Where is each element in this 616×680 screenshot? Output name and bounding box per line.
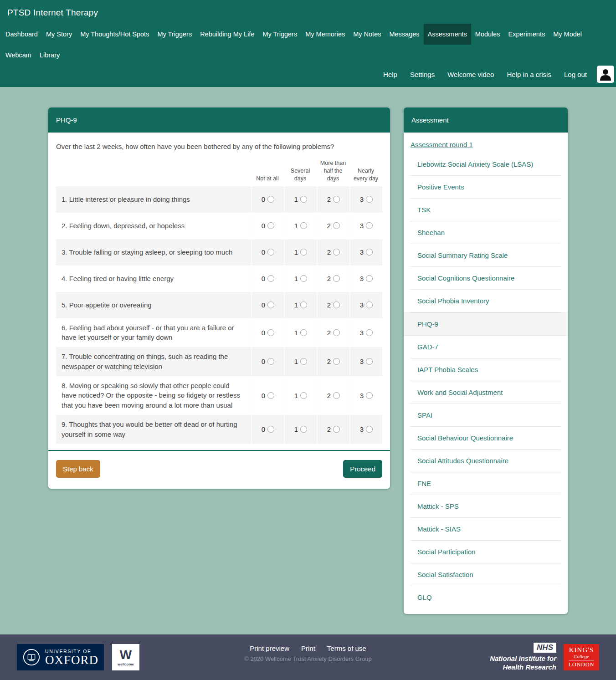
radio-button[interactable] bbox=[300, 329, 307, 336]
radio-button[interactable] bbox=[267, 392, 274, 399]
option-not-at-all[interactable]: 0 bbox=[251, 318, 284, 348]
proceed-button[interactable]: Proceed bbox=[343, 460, 382, 478]
option-several-days[interactable]: 1 bbox=[284, 347, 317, 376]
option-nearly-every-day[interactable]: 3 bbox=[349, 213, 382, 239]
nav-item[interactable]: My Thoughts/Hot Spots bbox=[76, 24, 153, 45]
radio-button[interactable] bbox=[300, 426, 307, 433]
radio-button[interactable] bbox=[366, 392, 373, 399]
assessment-list-item[interactable]: Mattick - SPS bbox=[411, 495, 561, 518]
radio-button[interactable] bbox=[366, 196, 373, 203]
nav-item[interactable]: My Triggers bbox=[258, 24, 301, 45]
radio-button[interactable] bbox=[366, 426, 373, 433]
nav-item[interactable]: Rebuilding My Life bbox=[196, 24, 258, 45]
assessment-list-item[interactable]: Social Summary Rating Scale bbox=[411, 244, 561, 267]
option-not-at-all[interactable]: 0 bbox=[251, 213, 284, 239]
option-not-at-all[interactable]: 0 bbox=[251, 292, 284, 318]
radio-button[interactable] bbox=[366, 329, 373, 336]
radio-button[interactable] bbox=[366, 275, 373, 282]
option-not-at-all[interactable]: 0 bbox=[251, 376, 284, 415]
option-more-than-half[interactable]: 2 bbox=[317, 266, 349, 292]
assessment-list-item[interactable]: Social Satisfaction bbox=[411, 563, 561, 586]
assessment-list-item[interactable]: IAPT Phobia Scales bbox=[411, 358, 561, 381]
radio-button[interactable] bbox=[333, 222, 340, 229]
option-nearly-every-day[interactable]: 3 bbox=[349, 318, 382, 348]
nav-item[interactable]: My Memories bbox=[301, 24, 349, 45]
radio-button[interactable] bbox=[333, 358, 340, 365]
radio-button[interactable] bbox=[333, 392, 340, 399]
option-more-than-half[interactable]: 2 bbox=[317, 318, 349, 348]
assessment-list-item[interactable]: Social Phobia Inventory bbox=[411, 290, 561, 312]
radio-button[interactable] bbox=[267, 222, 274, 229]
assessment-list-item[interactable]: Social Participation bbox=[411, 541, 561, 563]
option-more-than-half[interactable]: 2 bbox=[317, 347, 349, 376]
radio-button[interactable] bbox=[300, 392, 307, 399]
radio-button[interactable] bbox=[333, 426, 340, 433]
option-nearly-every-day[interactable]: 3 bbox=[349, 186, 382, 213]
option-nearly-every-day[interactable]: 3 bbox=[349, 347, 382, 376]
option-not-at-all[interactable]: 0 bbox=[251, 239, 284, 266]
option-not-at-all[interactable]: 0 bbox=[251, 266, 284, 292]
radio-button[interactable] bbox=[300, 275, 307, 282]
option-nearly-every-day[interactable]: 3 bbox=[349, 266, 382, 292]
option-several-days[interactable]: 1 bbox=[284, 266, 317, 292]
radio-button[interactable] bbox=[267, 426, 274, 433]
option-several-days[interactable]: 1 bbox=[284, 292, 317, 318]
nav-item[interactable]: Messages bbox=[385, 24, 423, 45]
radio-button[interactable] bbox=[300, 249, 307, 256]
nav-item[interactable]: My Model bbox=[549, 24, 586, 45]
nav-item[interactable]: Assessments bbox=[424, 24, 471, 45]
nav-item[interactable]: My Triggers bbox=[153, 24, 196, 45]
option-several-days[interactable]: 1 bbox=[284, 318, 317, 348]
option-more-than-half[interactable]: 2 bbox=[317, 213, 349, 239]
nav-item[interactable]: Webcam bbox=[1, 45, 36, 66]
assessment-list-item[interactable]: Liebowitz Social Anxiety Scale (LSAS) bbox=[411, 153, 561, 176]
option-more-than-half[interactable]: 2 bbox=[317, 292, 349, 318]
assessment-round-link[interactable]: Assessment round 1 bbox=[411, 141, 473, 148]
utility-nav-item[interactable]: Help bbox=[377, 67, 404, 82]
radio-button[interactable] bbox=[333, 196, 340, 203]
radio-button[interactable] bbox=[333, 275, 340, 282]
utility-nav-item[interactable]: Settings bbox=[404, 67, 441, 82]
option-more-than-half[interactable]: 2 bbox=[317, 376, 349, 415]
assessment-list-item[interactable]: Mattick - SIAS bbox=[411, 518, 561, 541]
radio-button[interactable] bbox=[366, 222, 373, 229]
assessment-list-item[interactable]: FNE bbox=[411, 472, 561, 495]
radio-button[interactable] bbox=[300, 302, 307, 308]
nav-item[interactable]: My Story bbox=[42, 24, 76, 45]
radio-button[interactable] bbox=[267, 249, 274, 256]
radio-button[interactable] bbox=[267, 358, 274, 365]
nav-item[interactable]: My Notes bbox=[349, 24, 385, 45]
option-not-at-all[interactable]: 0 bbox=[251, 347, 284, 376]
radio-button[interactable] bbox=[366, 358, 373, 365]
assessment-list-item[interactable]: SPAI bbox=[411, 404, 561, 427]
assessment-list-item[interactable]: Positive Events bbox=[411, 176, 561, 199]
option-several-days[interactable]: 1 bbox=[284, 376, 317, 415]
radio-button[interactable] bbox=[366, 249, 373, 256]
footer-link[interactable]: Terms of use bbox=[327, 644, 366, 652]
assessment-list-item[interactable]: Sheehan bbox=[411, 221, 561, 244]
nav-item[interactable]: Modules bbox=[471, 24, 504, 45]
assessment-list-item[interactable]: PHQ-9 bbox=[404, 312, 568, 336]
radio-button[interactable] bbox=[300, 222, 307, 229]
option-nearly-every-day[interactable]: 3 bbox=[349, 292, 382, 318]
assessment-list-item[interactable]: GLQ bbox=[411, 586, 561, 608]
option-several-days[interactable]: 1 bbox=[284, 213, 317, 239]
assessment-list-item[interactable]: GAD-7 bbox=[411, 336, 561, 358]
option-nearly-every-day[interactable]: 3 bbox=[349, 376, 382, 415]
step-back-button[interactable]: Step back bbox=[56, 460, 100, 478]
nav-item[interactable]: Dashboard bbox=[1, 24, 42, 45]
option-more-than-half[interactable]: 2 bbox=[317, 415, 349, 444]
option-not-at-all[interactable]: 0 bbox=[251, 415, 284, 444]
radio-button[interactable] bbox=[300, 358, 307, 365]
profile-button[interactable] bbox=[597, 66, 614, 83]
radio-button[interactable] bbox=[267, 275, 274, 282]
option-more-than-half[interactable]: 2 bbox=[317, 239, 349, 266]
assessment-list-item[interactable]: Social Attitudes Questionnaire bbox=[411, 450, 561, 472]
footer-link[interactable]: Print bbox=[301, 644, 315, 652]
nav-item[interactable]: Experiments bbox=[504, 24, 549, 45]
nav-item[interactable]: Library bbox=[36, 45, 64, 66]
assessment-list-item[interactable]: Social Cognitions Questionnaire bbox=[411, 267, 561, 290]
option-several-days[interactable]: 1 bbox=[284, 415, 317, 444]
radio-button[interactable] bbox=[366, 302, 373, 308]
radio-button[interactable] bbox=[267, 329, 274, 336]
